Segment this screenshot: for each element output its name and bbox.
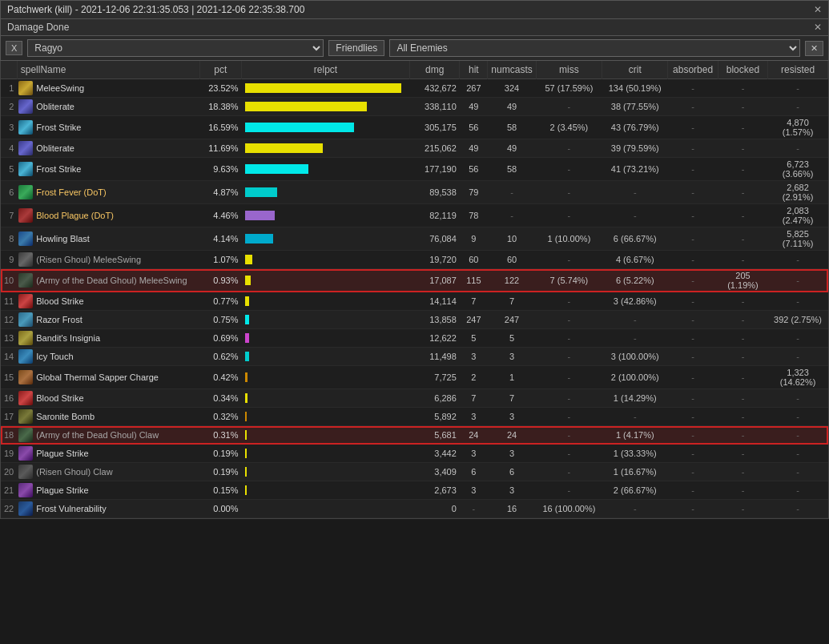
damage-done-close[interactable]: ✕ bbox=[814, 22, 822, 33]
pct-cell: 18.38% bbox=[199, 98, 241, 116]
col-dmg[interactable]: dmg bbox=[410, 61, 460, 79]
pct-cell: 0.77% bbox=[199, 292, 241, 311]
absorbed-cell: - bbox=[668, 408, 718, 426]
spell-icon bbox=[18, 252, 33, 267]
pct-cell: 0.32% bbox=[199, 408, 241, 426]
absorbed-cell: - bbox=[668, 251, 718, 269]
absorbed-cell: - bbox=[668, 311, 718, 329]
dmg-cell: 3,442 bbox=[410, 445, 460, 463]
dmg-cell: 13,858 bbox=[410, 311, 460, 329]
spell-icon bbox=[18, 141, 33, 155]
title-close-btn[interactable]: ✕ bbox=[814, 4, 822, 15]
miss-cell: - bbox=[536, 463, 602, 481]
miss-cell: 2 (3.45%) bbox=[536, 116, 602, 139]
spell-name-cell: Obliterate bbox=[17, 98, 199, 116]
spell-name-cell: Blood Plague (DoT) bbox=[17, 204, 199, 227]
numcasts-cell: 58 bbox=[488, 158, 536, 181]
friendlies-btn[interactable]: Friendlies bbox=[328, 40, 384, 56]
hit-cell: 9 bbox=[460, 227, 488, 251]
row-number: 17 bbox=[1, 408, 17, 426]
hit-cell: 5 bbox=[460, 329, 488, 348]
dmg-cell: 2,673 bbox=[410, 481, 460, 500]
player-select[interactable]: Ragyo bbox=[27, 39, 324, 57]
damage-bar bbox=[245, 187, 278, 197]
resisted-cell: - bbox=[768, 408, 828, 426]
col-numcasts[interactable]: numcasts bbox=[488, 61, 536, 79]
spell-icon bbox=[18, 465, 33, 479]
damage-bar bbox=[245, 485, 247, 495]
spell-icon bbox=[18, 409, 33, 424]
relpct-bar-cell bbox=[242, 227, 410, 251]
col-pct[interactable]: pct bbox=[199, 61, 241, 79]
relpct-bar-cell bbox=[242, 408, 410, 426]
pct-cell: 1.07% bbox=[199, 251, 241, 269]
resisted-cell: 6,723 (3.66%) bbox=[768, 158, 828, 181]
col-absorbed[interactable]: absorbed bbox=[668, 61, 718, 79]
row-number: 16 bbox=[1, 389, 17, 408]
row-number: 7 bbox=[1, 204, 17, 227]
col-resisted[interactable]: resisted bbox=[768, 61, 828, 79]
col-crit[interactable]: crit bbox=[602, 61, 668, 79]
crit-cell: 4 (6.67%) bbox=[602, 251, 668, 269]
hit-cell: 49 bbox=[460, 98, 488, 116]
damage-bar bbox=[245, 352, 250, 361]
table-row: 9(Risen Ghoul) MeleeSwing1.07%19,7206060… bbox=[1, 251, 828, 269]
blocked-cell: 205 (1.19%) bbox=[718, 269, 767, 292]
miss-cell: - bbox=[536, 204, 602, 227]
relpct-bar-cell bbox=[242, 98, 410, 116]
hit-cell: 6 bbox=[460, 463, 488, 481]
resisted-cell: - bbox=[768, 500, 828, 518]
row-number: 3 bbox=[1, 116, 17, 139]
col-spellname[interactable]: spellName bbox=[17, 61, 199, 79]
numcasts-cell: 24 bbox=[488, 426, 536, 445]
miss-cell: - bbox=[536, 329, 602, 348]
col-blocked[interactable]: blocked bbox=[718, 61, 767, 79]
spell-icon bbox=[18, 162, 33, 176]
dmg-cell: 11,498 bbox=[410, 348, 460, 366]
blocked-cell: - bbox=[718, 116, 767, 139]
dmg-cell: 6,286 bbox=[410, 389, 460, 408]
col-hit[interactable]: hit bbox=[460, 61, 488, 79]
col-relpct[interactable]: relpct bbox=[242, 61, 410, 79]
relpct-bar-cell bbox=[242, 389, 410, 408]
absorbed-cell: - bbox=[668, 481, 718, 500]
relpct-bar-cell bbox=[242, 329, 410, 348]
blocked-cell: - bbox=[718, 329, 767, 348]
resisted-cell: 2,682 (2.91%) bbox=[768, 181, 828, 204]
miss-cell: - bbox=[536, 348, 602, 366]
miss-cell: - bbox=[536, 251, 602, 269]
spell-icon bbox=[18, 391, 33, 405]
spell-name: Global Thermal Sapper Charge bbox=[36, 372, 159, 382]
spell-name-cell: (Army of the Dead Ghoul) MeleeSwing bbox=[17, 269, 199, 292]
col-miss[interactable]: miss bbox=[536, 61, 602, 79]
toolbar-x-btn[interactable]: X bbox=[6, 41, 22, 55]
absorbed-cell: - bbox=[668, 181, 718, 204]
pct-cell: 0.62% bbox=[199, 348, 241, 366]
table-row: 7Blood Plague (DoT)4.46%82,11978-----2,0… bbox=[1, 204, 828, 227]
miss-cell: - bbox=[536, 366, 602, 389]
absorbed-cell: - bbox=[668, 389, 718, 408]
absorbed-cell: - bbox=[668, 348, 718, 366]
damage-bar bbox=[245, 83, 401, 93]
enemies-select[interactable]: All Enemies bbox=[389, 39, 800, 57]
toolbar-close-btn[interactable]: ✕ bbox=[805, 41, 823, 56]
hit-cell: 60 bbox=[460, 251, 488, 269]
resisted-cell: - bbox=[768, 426, 828, 445]
resisted-cell: - bbox=[768, 139, 828, 158]
table-row: 5Frost Strike9.63%177,1905658-41 (73.21%… bbox=[1, 158, 828, 181]
crit-cell: 43 (76.79%) bbox=[602, 116, 668, 139]
dmg-cell: 14,114 bbox=[410, 292, 460, 311]
spell-icon bbox=[18, 185, 33, 199]
hit-cell: 3 bbox=[460, 445, 488, 463]
pct-cell: 0.34% bbox=[199, 389, 241, 408]
hit-cell: 24 bbox=[460, 426, 488, 445]
spell-name: Plague Strike bbox=[36, 449, 88, 458]
spell-icon bbox=[18, 331, 33, 345]
pct-cell: 0.19% bbox=[199, 463, 241, 481]
absorbed-cell: - bbox=[668, 463, 718, 481]
spell-name-cell: (Risen Ghoul) MeleeSwing bbox=[17, 251, 199, 269]
damage-bar bbox=[245, 255, 253, 264]
absorbed-cell: - bbox=[668, 292, 718, 311]
pct-cell: 0.42% bbox=[199, 366, 241, 389]
spell-name: Blood Strike bbox=[36, 296, 83, 306]
